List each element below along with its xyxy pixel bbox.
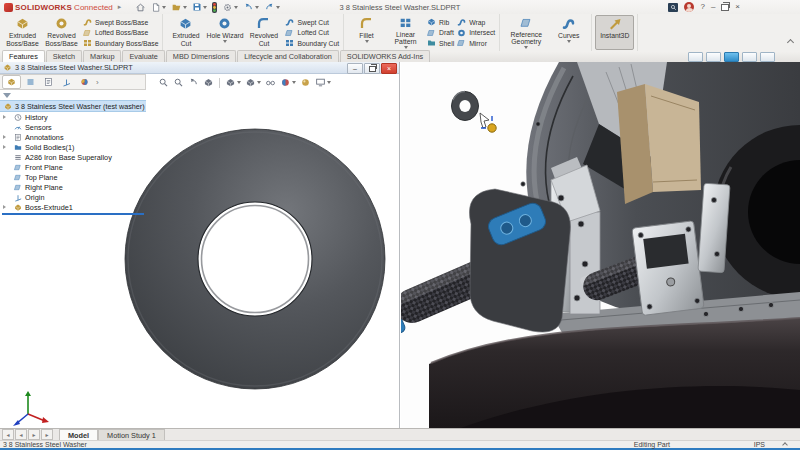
first-tab-button[interactable]: ◂ [2,429,14,440]
tree-item-origin[interactable]: Origin [0,192,146,202]
new-document-button[interactable] [149,1,168,14]
save-dropdown-icon[interactable] [203,6,207,9]
wrap-button[interactable]: Wrap [456,17,495,27]
redo-dropdown-icon[interactable] [276,6,280,9]
swept-cut-button[interactable]: Swept Cut [284,17,339,27]
swept-boss-base-button[interactable]: Swept Boss/Base [82,17,158,27]
tile-button-5[interactable] [760,52,775,62]
tree-item-annotations[interactable]: Annotations [0,132,146,142]
reference-geometry-dropdown-icon[interactable] [524,46,528,49]
tab-evaluate[interactable]: Evaluate [122,50,164,62]
undo-dropdown-icon[interactable] [255,6,259,9]
part-close-button[interactable]: × [381,63,397,74]
status-units[interactable]: IPS [754,441,765,448]
tree-item-material[interactable]: A286 Iron Base Superalloy [0,152,146,162]
view-settings-button[interactable] [315,77,331,88]
last-tab-button[interactable]: ▸ [41,429,53,440]
hole-wizard-button[interactable]: Hole Wizard [205,15,244,50]
extruded-cut-button[interactable]: Extruded Cut [166,15,205,50]
restore-button[interactable] [721,4,729,11]
clamp-block-right[interactable] [632,221,704,316]
expand-icon[interactable] [3,135,6,139]
view-orientation-button[interactable] [225,77,241,88]
display-style-dropdown-icon[interactable] [257,81,261,84]
view-settings-dropdown-icon[interactable] [327,81,331,84]
help-button[interactable]: ? [700,2,704,12]
redo-button[interactable] [262,1,282,14]
boundary-cut-button[interactable]: Boundary Cut [284,38,339,48]
tree-item-boss-extrude1[interactable]: Boss-Extrude1 [0,202,146,212]
reference-geometry-button[interactable]: Reference Geometry [503,15,549,50]
part-minimize-button[interactable]: – [347,63,363,74]
tab-sketch[interactable]: Sketch [46,50,82,62]
displaymanager-tab[interactable] [76,76,93,88]
section-view-button[interactable] [203,77,214,88]
tab-markup[interactable]: Markup [83,50,121,62]
extruded-boss-base-button[interactable]: Extruded Boss/Base [3,15,42,50]
options-dropdown-icon[interactable] [234,6,238,9]
undo-button[interactable] [241,1,261,14]
rollback-bar[interactable] [2,213,144,215]
dimxpertmanager-tab[interactable] [58,76,75,88]
tab-motion-study-1[interactable]: Motion Study 1 [98,429,165,441]
close-button[interactable]: × [735,2,740,12]
tree-item-front-plane[interactable]: Front Plane [0,162,146,172]
hide-show-items-button[interactable] [265,77,276,88]
expand-icon[interactable] [3,205,6,209]
curves-dropdown-icon[interactable] [567,40,571,43]
shell-button[interactable]: Shell [426,38,454,48]
menu-flyout-icon[interactable]: ▸ [118,3,122,11]
tree-tabs-overflow-icon[interactable]: › [96,78,99,87]
save-button[interactable] [190,1,209,13]
options-button[interactable] [220,1,240,14]
home-button[interactable] [133,1,148,14]
draft-button[interactable]: Draft [426,28,454,38]
appearance-dropdown-icon[interactable] [292,81,296,84]
linear-pattern-button[interactable]: Linear Pattern [386,15,425,50]
sheet-metal-bracket[interactable] [645,84,701,192]
lofted-cut-button[interactable]: Lofted Cut [284,28,339,38]
zoom-to-fit-button[interactable] [158,77,169,88]
fillet-dropdown-icon[interactable] [365,40,369,43]
mirror-button[interactable]: Mirror [456,38,495,48]
hole-wizard-dropdown-icon[interactable] [223,40,227,43]
propertymanager-tab[interactable] [22,76,39,88]
tree-item-history[interactable]: History [0,112,146,122]
boundary-boss-base-button[interactable]: Boundary Boss/Base [82,38,158,48]
app-logo[interactable]: SOLIDWORKS Connected ▸ [0,3,125,12]
new-dropdown-icon[interactable] [162,6,166,9]
part-window-titlebar[interactable]: 3 8 Stainless Steel Washer.SLDPRT – × [0,62,399,74]
previous-view-button[interactable] [188,77,199,88]
intersect-button[interactable]: Intersect [456,28,495,38]
minimize-button[interactable]: – [711,2,715,12]
expand-icon[interactable] [3,145,6,149]
zoom-to-area-button[interactable] [173,77,184,88]
tree-item-solid-bodies[interactable]: Solid Bodies(1) [0,142,146,152]
revolved-cut-button[interactable]: Revolved Cut [244,15,283,50]
curves-button[interactable]: Curves [549,15,588,50]
open-dropdown-icon[interactable] [183,6,187,9]
status-units-dropdown-icon[interactable] [783,443,788,447]
tab-solidworks-addins[interactable]: SOLIDWORKS Add-Ins [340,50,430,62]
instant3d-button[interactable]: Instant3D [595,15,634,50]
tile-button-2[interactable] [706,52,721,62]
view-orientation-dropdown-icon[interactable] [237,81,241,84]
edit-appearance-button[interactable] [280,77,296,88]
search-commands-icon[interactable] [668,3,678,12]
open-button[interactable] [169,1,189,14]
tree-filter-row[interactable] [0,90,146,100]
rib-button[interactable]: Rib [426,17,454,27]
tab-features[interactable]: Features [2,50,45,62]
tab-lifecycle-collaboration[interactable]: Lifecycle and Collaboration [237,50,339,62]
configurationmanager-tab[interactable] [40,76,57,88]
fillet-button[interactable]: Fillet [347,15,386,50]
lofted-boss-base-button[interactable]: Lofted Boss/Base [82,28,158,38]
ribbon-collapse-icon[interactable] [788,40,794,46]
tree-item-top-plane[interactable]: Top Plane [0,172,146,182]
floating-washer[interactable] [452,92,479,121]
tile-button-4[interactable] [742,52,757,62]
expand-icon[interactable] [3,115,6,119]
tree-item-right-plane[interactable]: Right Plane [0,182,146,192]
assembly-viewport[interactable] [401,62,800,428]
tile-button-3-active[interactable] [724,52,739,62]
